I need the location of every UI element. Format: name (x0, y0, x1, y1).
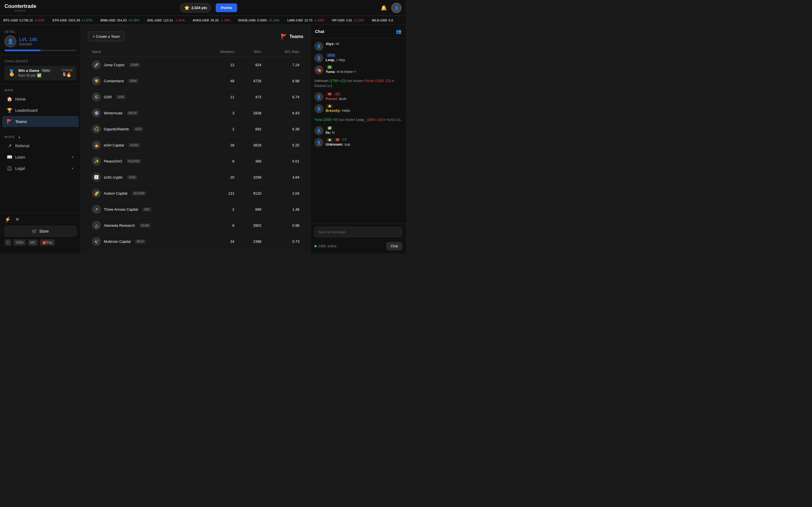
brand: Countertrade ALPHA (4, 3, 36, 12)
table-row[interactable]: 🌈 Autism Capital AUTISM 121 9120 2.04 (88, 185, 303, 202)
apple-pay-icon: 🍎Pay (40, 239, 55, 245)
ticker-item: BNB-USD 354.83 +0.78% (100, 18, 139, 22)
sidebar-item-home[interactable]: 🏠 Home (2, 94, 79, 105)
chat-message: 👤 Alyx: Hi (314, 42, 402, 51)
table-row[interactable]: ♻️ GiganticRebirth GCR 2 892 6.38 (88, 121, 303, 137)
chat-messages: 👤 Alyx: Hi 👤 OCN Leap_: Hey (310, 38, 406, 224)
msg-username: Breezily: (326, 108, 341, 113)
team-name-cell: 🚀 Jump Crypto JUMP (88, 57, 201, 73)
referral-label: Referral (15, 144, 29, 148)
online-indicator: 1483 online (314, 244, 337, 248)
table-row[interactable]: ✨ PleasrDAO PLEASR 8 389 5.01 (88, 153, 303, 169)
team-logo: ↗ (92, 205, 101, 214)
team-name-cell: 👧 eGirl Capital EGIRL (88, 137, 201, 153)
team-ratio: 5.25 (265, 137, 303, 153)
store-button[interactable]: 🛒 Store (4, 226, 77, 237)
team-ratio: 4.84 (265, 169, 303, 185)
team-members: 34 (201, 233, 238, 249)
table-row[interactable]: 🦅 Multicoin Capital MULT 34 2398 0.73 (88, 233, 303, 249)
level-row: 👤 LVL 145 500/1000 (4, 36, 77, 47)
chat-members-icon[interactable]: 👥 (396, 29, 402, 34)
twitter-icon[interactable]: ✕ (15, 216, 19, 223)
social-row: ⚡ ✕ (4, 216, 77, 223)
table-row[interactable]: G GSR GSR 11 472 6.74 (88, 89, 303, 105)
leaderboard-icon: 🏆 (7, 108, 12, 113)
team-members: 8 (201, 153, 238, 169)
team-members: 6 (201, 217, 238, 233)
team-ratio: 1.48 (265, 202, 303, 217)
challenge-info: Win a Game Daily Earn 50 pts ✅ (18, 68, 59, 77)
msg-text: Alyx: Hi (326, 42, 402, 46)
msg-text: Yuna: H-hi there~! (326, 69, 402, 74)
ticker-item: DOGE-USD 0.0885 +3.10% (238, 18, 280, 22)
msg-username: Alyx: (326, 42, 335, 46)
chat-send-button[interactable]: Chat (387, 242, 402, 250)
msg-body: Alyx: Hi (326, 42, 402, 46)
team-name: Alameda Research (104, 223, 135, 228)
sidebar-item-learn[interactable]: 📖 Learn ▼ (2, 152, 79, 163)
heart-badge: ❤️ (335, 138, 341, 142)
chat-message: 👤 ⭐ Breezily: Hello (314, 104, 402, 113)
sidebar-item-referral[interactable]: ↗ Referral (2, 140, 79, 151)
chevron-down-icon: ▼ (71, 167, 74, 170)
table-header: Name Members Wins W/L Ratio (88, 47, 303, 57)
online-count: 1483 (318, 244, 326, 248)
points-button[interactable]: Points (216, 3, 237, 12)
create-team-button[interactable]: + Create a Team (88, 32, 124, 41)
table-row[interactable]: ↗ Three Arrows Capital 3AC 2 899 1.48 (88, 202, 303, 217)
sidebar-item-teams[interactable]: 🚩 Teams (2, 116, 79, 127)
team-tag: DRW (128, 79, 139, 83)
team-wins: 924 (238, 57, 265, 73)
msg-body: 🟩 Yuna: H-hi there~! (326, 65, 402, 74)
msg-avatar: 👤 (314, 42, 323, 51)
more-nav-label: More ▲ (0, 135, 81, 138)
msg-badges: ❤️ CT (326, 93, 402, 96)
bell-icon[interactable]: 🔔 (380, 5, 387, 11)
chat-input-row (310, 224, 406, 240)
chat-message: 👤 ❤️ CT Pocari: bruh (314, 93, 402, 101)
team-name: eGirl Capital (104, 143, 124, 147)
team-name: Autism Capital (104, 191, 128, 195)
pagination: Page 1 of 1 « ‹ › » (88, 249, 303, 253)
team-name-cell: ❄️ Wintermute MUTE (88, 105, 201, 121)
msg-body: OCN Leap_: Hey (326, 54, 402, 62)
table-row[interactable]: 🅰 a16z crypto A16Z 20 3298 4.84 (88, 169, 303, 185)
team-logo: 👧 (92, 140, 101, 150)
xp-fill (4, 50, 41, 51)
msg-username: Yuna: (326, 69, 336, 74)
user-avatar[interactable]: 👤 (391, 3, 402, 13)
team-ratio: 6.74 (265, 89, 303, 105)
team-members: 11 (201, 89, 238, 105)
team-tag: AUTISM (132, 191, 146, 195)
chat-input[interactable] (314, 227, 402, 237)
team-logo: 🚀 (92, 60, 101, 69)
team-name-cell: △ Alameda Research ALAM (88, 217, 201, 233)
msg-avatar: 👤 (314, 138, 323, 147)
flag-icon: 🚩 (281, 34, 287, 40)
challenges-label: Challenges (4, 59, 77, 63)
team-tag: ALAM (140, 223, 151, 228)
table-row[interactable]: 🚀 Jump Crypto JUMP 12 924 7.24 (88, 57, 303, 73)
sidebar-item-leaderboard[interactable]: 🏆 Leaderboard (2, 105, 79, 116)
teams-title: 🚩 Teams (281, 34, 303, 40)
sidebar-item-legal[interactable]: ⚖️ Legal ▼ (2, 163, 79, 174)
daily-badge: Daily (41, 69, 51, 72)
team-wins: 4728 (238, 73, 265, 89)
team-ratio: 6.38 (265, 121, 303, 137)
table-row[interactable]: 👧 eGirl Capital EGIRL 28 3829 5.25 (88, 137, 303, 153)
chat-panel: Chat 👥 👤 Alyx: Hi 👤 OCN (310, 25, 406, 253)
level-section: Level 👤 LVL 145 500/1000 (0, 25, 81, 55)
table-row[interactable]: 🦁 Cumberland DRW 48 4728 6.98 (88, 73, 303, 89)
team-members: 2 (201, 121, 238, 137)
team-wins: 2398 (238, 233, 265, 249)
msg-body: ❤️ CT Pocari: bruh (326, 93, 402, 101)
chevron-up-icon: ▲ (18, 135, 21, 138)
discord-icon[interactable]: ⚡ (4, 216, 11, 223)
table-row[interactable]: △ Alameda Research ALAM 6 3902 0.98 (88, 217, 303, 233)
table-row[interactable]: ❄️ Wintermute MUTE 3 2838 6.43 (88, 105, 303, 121)
team-tag: 3AC (142, 207, 151, 212)
msg-badges: ✅ (326, 126, 402, 130)
teams-table: Name Members Wins W/L Ratio 🚀 Jump Crypt… (88, 47, 303, 249)
ticker-item: WLD-USD 6.8 (372, 18, 393, 22)
team-ratio: 0.73 (265, 233, 303, 249)
